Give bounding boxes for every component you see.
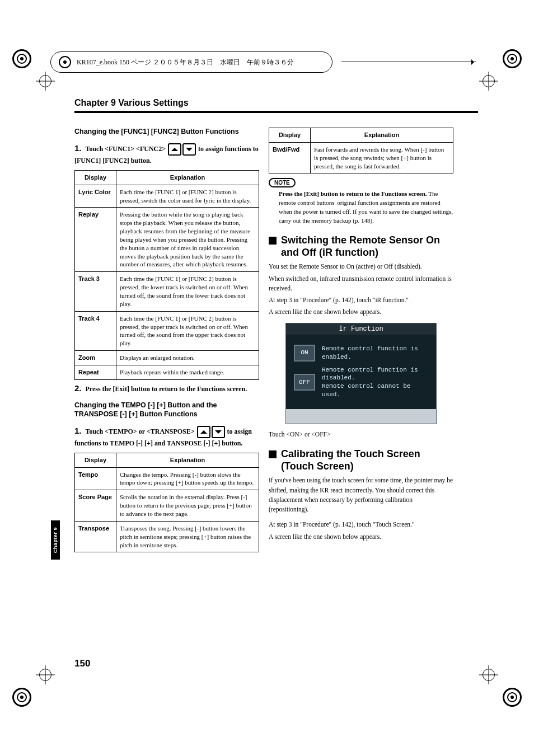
off-text: Remote control function is disabled. Rem… xyxy=(322,366,428,399)
th-display: Display xyxy=(75,170,116,185)
square-bullet-icon xyxy=(269,237,277,245)
step-number: 2. xyxy=(74,383,82,393)
cell-val: Fast forwards and rewinds the song. When… xyxy=(311,142,453,173)
arrow-up-icon xyxy=(197,426,210,438)
table-tempo-transpose: Display Explanation TempoChanges the tem… xyxy=(74,453,259,553)
registration-mark-icon xyxy=(503,688,522,707)
header-arrow-icon xyxy=(341,62,476,62)
table-row: Score PageScrolls the notation in the ex… xyxy=(75,490,259,522)
arrow-down-icon xyxy=(182,143,196,156)
table-bwd-fwd: Display Explanation Bwd/FwdFast forwards… xyxy=(269,128,453,173)
step-text: Touch <FUNC1> <FUNC2> xyxy=(86,145,166,153)
body-text: If you've been using the touch screen fo… xyxy=(269,476,453,514)
cell-key: Tempo xyxy=(75,467,116,490)
registration-mark-icon xyxy=(12,49,31,68)
side-tab: Chapter 9 xyxy=(51,520,60,560)
cell-val: Transposes the song. Pressing [-] button… xyxy=(116,521,259,552)
table-header-row: Display Explanation xyxy=(75,170,259,185)
crop-mark-icon xyxy=(479,72,498,91)
registration-mark-icon xyxy=(12,688,31,707)
chapter-title: Chapter 9 Various Settings xyxy=(74,98,189,108)
on-text: Remote control function is enabled. xyxy=(322,345,428,361)
page-number: 150 xyxy=(74,658,90,669)
screen-title: Ir Function xyxy=(286,323,436,335)
th-display: Display xyxy=(269,128,311,143)
table-row: RepeatPlayback repeats within the marked… xyxy=(75,365,259,379)
cell-val: Changes the tempo. Pressing [-] button s… xyxy=(116,467,259,490)
note-body: Press the [Exit] button to return to the… xyxy=(279,190,453,226)
cell-key: Repeat xyxy=(75,365,116,379)
cell-key: Replay xyxy=(75,208,116,272)
body-text: At step 3 in "Procedure" (p. 142), touch… xyxy=(269,520,453,529)
screen-panel: ON Remote control function is enabled. O… xyxy=(286,335,436,409)
body-text: Touch <ON> or <OFF> xyxy=(269,430,453,439)
th-explanation: Explanation xyxy=(116,170,259,185)
crop-mark-icon xyxy=(36,72,55,91)
subhead-func-buttons: Changing the [FUNC1] [FUNC2] Button Func… xyxy=(74,128,259,137)
body-text: You set the Remote Sensor to On (active)… xyxy=(269,262,453,271)
cell-val: Displays an enlarged notation. xyxy=(116,351,259,365)
table-header-row: Display Explanation xyxy=(75,453,259,467)
section-ir-function: Switching the Remote Sensor On and Off (… xyxy=(269,234,453,259)
cell-val: Playback repeats within the marked range… xyxy=(116,365,259,379)
cell-key: Bwd/Fwd xyxy=(269,142,311,173)
arrow-up-icon xyxy=(168,143,181,156)
screen-footer xyxy=(286,409,436,424)
section-title: Switching the Remote Sensor On and Off (… xyxy=(281,234,453,259)
cell-key: Lyric Color xyxy=(75,185,116,208)
prepress-header-text: KR107_e.book 150 ページ ２００５年８月３日 水曜日 午前９時３… xyxy=(77,58,294,67)
prepress-header: KR107_e.book 150 ページ ２００５年８月３日 水曜日 午前９時３… xyxy=(50,51,332,73)
ir-function-screen: Ir Function ON Remote control function i… xyxy=(285,323,437,424)
note-label: NOTE xyxy=(269,178,296,187)
off-button[interactable]: OFF xyxy=(294,374,315,391)
section-title: Calibrating the Touch Screen (Touch Scre… xyxy=(281,448,453,472)
step-text: Press the [Exit] button to return to the… xyxy=(86,385,247,393)
table-row: ZoomDisplays an enlarged notation. xyxy=(75,351,259,365)
body-text: A screen like the one shown below appear… xyxy=(269,532,453,542)
step-number: 1. xyxy=(74,426,82,435)
crop-mark-icon xyxy=(479,665,498,684)
table-header-row: Display Explanation xyxy=(269,128,453,143)
cell-val: Scrolls the notation in the external dis… xyxy=(116,490,259,522)
square-bullet-icon xyxy=(269,450,277,458)
step-2-func: 2. Press the [Exit] button to return to … xyxy=(74,382,259,395)
body-text: At step 3 in "Procedure" (p. 142), touch… xyxy=(269,295,453,305)
th-display: Display xyxy=(75,453,116,467)
table-func-buttons: Display Explanation Lyric ColorEach time… xyxy=(74,170,259,380)
table-row: ReplayPressing the button while the song… xyxy=(75,208,259,272)
table-row: Lyric ColorEach time the [FUNC 1] or [FU… xyxy=(75,185,259,208)
table-row: TempoChanges the tempo. Pressing [-] but… xyxy=(75,467,259,490)
table-row: Bwd/FwdFast forwards and rewinds the son… xyxy=(269,142,453,173)
screen-row-on: ON Remote control function is enabled. xyxy=(294,345,428,361)
cell-val: Each time the [FUNC 1] or [FUNC 2] butto… xyxy=(116,185,259,208)
cell-key: Score Page xyxy=(75,490,116,522)
body-text: When switched on, infrared transmission … xyxy=(269,274,453,294)
body-text: A screen like the one shown below appear… xyxy=(269,307,453,317)
crop-mark-icon xyxy=(36,665,55,684)
target-icon xyxy=(59,56,71,68)
step-text: Touch <TEMPO> or <TRANSPOSE> xyxy=(86,428,195,435)
cell-val: Each time the [FUNC 1] or [FUNC 2] butto… xyxy=(116,311,259,350)
step-number: 1. xyxy=(74,143,82,153)
screen-row-off: OFF Remote control function is disabled.… xyxy=(294,366,428,399)
cell-key: Track 4 xyxy=(75,311,116,350)
table-row: Track 3Each time the [FUNC 1] or [FUNC 2… xyxy=(75,272,259,311)
cell-val: Each time the [FUNC 1] or [FUNC 2] butto… xyxy=(116,272,259,311)
chapter-rule xyxy=(74,111,478,113)
cell-key: Track 3 xyxy=(75,272,116,311)
table-row: TransposeTransposes the song. Pressing [… xyxy=(75,521,259,552)
right-column: Display Explanation Bwd/FwdFast forwards… xyxy=(269,123,453,544)
note-lead: Press the [Exit] button to return to the… xyxy=(279,190,427,197)
left-column: Changing the [FUNC1] [FUNC2] Button Func… xyxy=(74,123,259,555)
th-explanation: Explanation xyxy=(311,128,453,143)
section-touch-screen: Calibrating the Touch Screen (Touch Scre… xyxy=(269,448,453,472)
cell-key: Transpose xyxy=(75,521,116,552)
th-explanation: Explanation xyxy=(116,453,259,467)
arrow-down-icon xyxy=(212,426,225,438)
cell-key: Zoom xyxy=(75,351,116,365)
step-1-func: 1. Touch <FUNC1> <FUNC2> to assign funct… xyxy=(74,142,259,166)
step-1-tempo: 1. Touch <TEMPO> or <TRANSPOSE> to assig… xyxy=(74,425,259,448)
on-button[interactable]: ON xyxy=(294,345,315,361)
registration-mark-icon xyxy=(503,49,522,68)
subhead-tempo-transpose: Changing the TEMPO [-] [+] Button and th… xyxy=(74,401,259,419)
